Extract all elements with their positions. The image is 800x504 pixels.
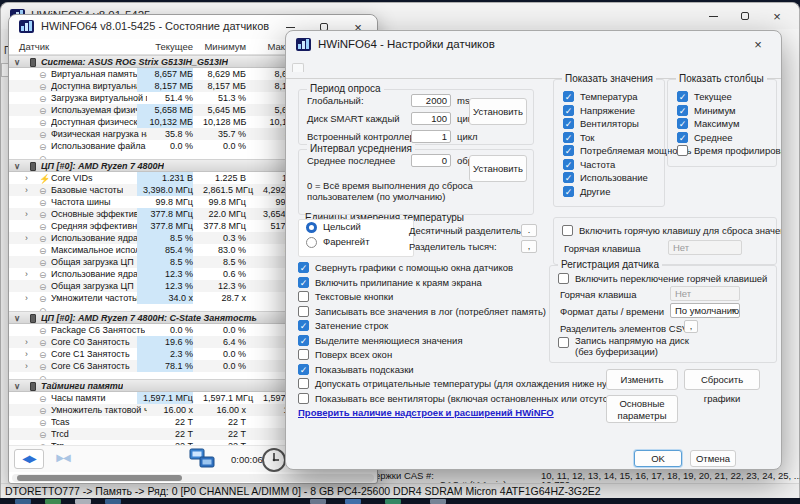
dialog-tab[interactable] [352, 63, 364, 72]
cancel-button[interactable]: Отмена [690, 450, 736, 467]
expand-chevron-icon[interactable]: › [25, 184, 35, 196]
checkbox-row[interactable]: Частота [563, 158, 662, 172]
taskbar[interactable] [0, 498, 800, 504]
taskbar-icon[interactable] [430, 499, 446, 504]
dialog-tab[interactable] [304, 63, 316, 72]
checkbox[interactable] [298, 364, 309, 375]
separator-value-input[interactable]: . [521, 224, 537, 237]
taskbar-icon[interactable] [75, 499, 91, 504]
separator-value-input[interactable]: , [521, 240, 537, 253]
close-button[interactable]: × [743, 34, 773, 56]
enable-reset-hotkey-row[interactable]: Включить горячую клавишу для сброса знач… [562, 224, 782, 237]
taskbar-icon[interactable] [385, 499, 401, 504]
radio-button[interactable] [306, 237, 317, 248]
checkbox[interactable] [677, 118, 688, 129]
checkbox[interactable] [677, 132, 688, 143]
checkbox-row[interactable]: Текущее [677, 90, 774, 104]
checkbox[interactable] [298, 335, 309, 346]
checkbox-row[interactable]: Среднее [677, 131, 774, 145]
checkbox-row[interactable]: Время профилирования [677, 144, 774, 158]
checkbox[interactable] [562, 225, 573, 236]
checkbox[interactable] [563, 132, 574, 143]
checkbox[interactable] [558, 273, 569, 284]
dialog-tab[interactable] [376, 63, 388, 72]
checkbox-row[interactable]: Использование [563, 171, 662, 185]
minimize-button[interactable] [697, 4, 729, 28]
poll-value-input[interactable]: 2000 [411, 94, 451, 107]
reset-graphs-button[interactable]: Сбросить графики [684, 369, 760, 390]
checkbox-row[interactable]: Потребляемая мощность [563, 144, 662, 158]
main-settings-button[interactable]: Основные параметры [606, 395, 678, 423]
poll-value-input[interactable]: 100 [411, 112, 451, 125]
expand-chevron-icon[interactable]: › [25, 172, 35, 184]
checkbox[interactable] [563, 105, 574, 116]
checkbox[interactable] [298, 262, 309, 273]
checkbox-row[interactable]: Другие [563, 185, 662, 199]
csv-separator-input[interactable]: , [684, 320, 698, 333]
horizontal-scrollbar[interactable] [12, 474, 374, 482]
change-font-button[interactable]: Изменить шрифт [606, 369, 678, 390]
checkbox[interactable] [563, 186, 574, 197]
taskbar-icon[interactable] [15, 499, 31, 504]
enable-toggle-hotkey-row[interactable]: Включить переключение горячей клавишей [558, 272, 767, 285]
checkbox[interactable] [677, 105, 688, 116]
column-header-minimum[interactable]: Минимум [203, 41, 246, 52]
checkbox[interactable] [558, 337, 569, 348]
checkbox[interactable] [298, 349, 309, 360]
checkbox[interactable] [677, 145, 688, 156]
checkbox[interactable] [298, 393, 309, 404]
network-icon[interactable] [189, 448, 215, 474]
expand-chevron-icon[interactable]: › [25, 208, 35, 220]
checkbox-row[interactable]: Напряжение [563, 104, 662, 118]
scrollbar-thumb[interactable] [17, 475, 182, 481]
clock-icon[interactable] [261, 447, 287, 477]
hotkey-input[interactable]: Нет [670, 286, 740, 301]
checkbox[interactable] [298, 320, 309, 331]
checkbox-row[interactable]: Ток [563, 131, 662, 145]
expand-chevron-icon[interactable]: › [25, 268, 35, 280]
checkbox[interactable] [298, 291, 309, 302]
radio-row[interactable]: Цельсий [299, 220, 413, 235]
checkbox[interactable] [298, 378, 309, 389]
expand-chevron-icon[interactable]: › [25, 348, 35, 360]
expand-chevron-icon[interactable]: › [25, 232, 35, 244]
checkbox[interactable] [298, 306, 309, 317]
ok-button[interactable]: OK [634, 450, 682, 467]
swap-arrows-button[interactable]: ◀▶ [14, 449, 44, 469]
checkbox[interactable] [298, 277, 309, 288]
column-header-current[interactable]: Текущее [137, 41, 193, 52]
checkbox[interactable] [677, 91, 688, 102]
checkbox[interactable] [563, 172, 574, 183]
check-addons-link[interactable]: Проверить наличие надстроек и расширений… [298, 407, 554, 418]
dialog-tab[interactable] [364, 63, 376, 72]
checkbox-row[interactable]: Максимум [677, 117, 774, 131]
radio-row[interactable]: Фаренгейт [299, 235, 413, 250]
taskbar-icon[interactable] [345, 499, 361, 504]
taskbar-icon[interactable] [45, 499, 61, 504]
taskbar-icon[interactable] [105, 499, 121, 504]
checkbox[interactable] [563, 159, 574, 170]
dialog-tab[interactable] [388, 63, 400, 72]
hotkey-input[interactable]: Нет [668, 240, 742, 255]
poll-value-input[interactable]: 0 [411, 154, 451, 167]
dialog-tab[interactable] [340, 63, 352, 72]
checkbox[interactable] [563, 118, 574, 129]
poll-value-input[interactable]: 1 [411, 130, 451, 143]
checkbox-row[interactable]: Минимум [677, 104, 774, 118]
expand-chevron-icon[interactable]: › [25, 360, 35, 372]
dialog-tab[interactable] [292, 63, 304, 72]
checkbox[interactable] [563, 145, 574, 156]
dialog-tab[interactable] [328, 63, 340, 72]
checkbox[interactable] [563, 91, 574, 102]
taskbar-icon[interactable] [310, 499, 326, 504]
checkbox-row[interactable]: Вентиляторы [563, 117, 662, 131]
dialog-tab[interactable] [316, 63, 328, 72]
radio-button[interactable] [306, 222, 317, 233]
date-format-select[interactable]: По умолчанию▼ [670, 303, 740, 318]
column-header-sensor[interactable]: Датчик [19, 41, 49, 52]
checkbox-row[interactable]: Температура [563, 90, 662, 104]
maximize-button[interactable] [729, 4, 761, 28]
checkbox-row[interactable]: Показывать все вентиляторы (включая оста… [298, 392, 768, 407]
direct-write-row[interactable]: Запись напрямую на диск (без буферизации… [558, 336, 695, 357]
close-button[interactable]: × [761, 4, 793, 28]
